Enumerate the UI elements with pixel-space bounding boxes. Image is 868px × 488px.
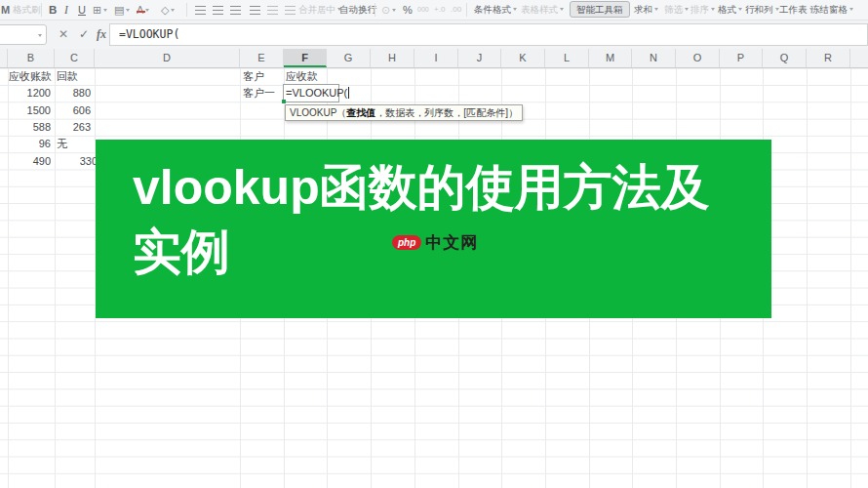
divider — [186, 3, 187, 17]
align-center-icon[interactable] — [267, 0, 278, 20]
rows-columns-button[interactable]: 行和列 — [745, 0, 779, 20]
logo-site-name: 中文网 — [425, 231, 478, 254]
column-header-k[interactable]: K — [501, 49, 545, 67]
chevron-down-icon — [775, 8, 779, 11]
text-cursor — [348, 87, 349, 99]
column-header-b[interactable]: B — [8, 49, 55, 67]
column-header-row: B C D E F G H I J K L M N O P Q R — [0, 49, 868, 68]
name-box[interactable] — [0, 24, 47, 45]
cell-c2[interactable]: 880 — [55, 85, 91, 102]
worksheet-button[interactable]: 工作表 — [779, 0, 813, 20]
chevron-down-icon — [560, 8, 564, 11]
cell-e2[interactable]: 客户一 — [243, 85, 284, 102]
chevron-down-icon — [145, 9, 149, 12]
format-painter-icon[interactable]: M — [1, 0, 10, 20]
decrease-decimal-icon[interactable]: .00 — [451, 0, 461, 20]
column-header-d[interactable]: D — [95, 49, 240, 67]
align-top-icon[interactable] — [195, 0, 206, 20]
column-header-f-selected[interactable]: F — [284, 49, 327, 67]
borders-icon[interactable]: ⊞ — [93, 0, 107, 20]
font-color-icon[interactable]: A — [137, 4, 149, 16]
ribbon-toolbar: M 格式刷 B I U ⊞ ▤ A ◇ 合并居中 自动换行 ⊙ % 000 +.… — [0, 0, 868, 20]
column-header-m[interactable]: M — [589, 49, 632, 67]
chevron-down-icon — [738, 8, 742, 11]
sum-button[interactable]: 求和 — [634, 0, 658, 20]
align-right-icon[interactable] — [285, 0, 296, 20]
underline-button[interactable]: U — [78, 0, 86, 20]
freeze-panes-button[interactable]: 冻结窗格 — [810, 0, 853, 20]
column-header-g[interactable]: G — [327, 49, 371, 67]
italic-button[interactable]: I — [64, 0, 68, 20]
column-header-j[interactable]: J — [458, 49, 501, 67]
eraser-icon[interactable]: ◇ — [161, 0, 175, 20]
chevron-down-icon — [685, 8, 689, 11]
increase-decimal-icon[interactable]: +.0 — [434, 0, 445, 20]
cell-c5[interactable]: 无 — [57, 136, 93, 152]
bold-button[interactable]: B — [49, 0, 57, 20]
column-header-n[interactable]: N — [632, 49, 676, 67]
divider — [375, 3, 375, 17]
cell-b5[interactable]: 96 — [8, 136, 51, 152]
cell-f1[interactable]: 应收款 — [286, 68, 327, 85]
column-header-stub — [0, 49, 8, 67]
cell-e1[interactable]: 客户 — [243, 68, 284, 85]
chevron-down-icon — [38, 34, 42, 37]
smart-toolbox-button[interactable]: 智能工具箱 — [570, 1, 630, 18]
chevron-down-icon — [392, 9, 396, 12]
align-bottom-icon[interactable] — [230, 0, 241, 20]
fill-color-icon[interactable]: ▤ — [114, 0, 130, 20]
column-header-stub — [850, 49, 868, 67]
editing-cell-f2[interactable]: =VLOOKUP( — [283, 84, 339, 102]
chevron-down-icon — [103, 9, 107, 12]
gridline — [807, 68, 808, 488]
align-middle-icon[interactable] — [213, 0, 223, 20]
column-header-i[interactable]: I — [414, 49, 458, 67]
php-logo-badge-icon: php — [392, 235, 421, 250]
cell-b2[interactable]: 1200 — [8, 85, 51, 102]
divider — [466, 3, 467, 17]
chevron-down-icon — [849, 8, 853, 11]
formula-input[interactable]: =VLOOKUP( — [109, 23, 868, 46]
wrap-text-button[interactable]: 自动换行 — [339, 0, 376, 20]
chevron-down-icon — [654, 8, 658, 11]
chevron-down-icon — [126, 9, 130, 12]
cell-c1[interactable]: 回款 — [57, 68, 94, 85]
thousands-separator-icon[interactable]: 000 — [417, 0, 429, 20]
cell-b1[interactable]: 应收账款 — [9, 68, 54, 85]
column-header-l[interactable]: L — [545, 49, 589, 67]
align-left-icon[interactable] — [250, 0, 260, 20]
chevron-down-icon — [171, 9, 175, 12]
format-menu-button[interactable]: 格式 — [718, 0, 742, 20]
sort-button[interactable]: 排序 — [690, 0, 715, 20]
fill-handle[interactable] — [282, 100, 286, 103]
function-hint-tooltip: VLOOKUP（查找值，数据表，列序数，[匹配条件]） — [285, 104, 523, 121]
column-header-e[interactable]: E — [240, 49, 284, 67]
cell-c3[interactable]: 606 — [55, 102, 91, 119]
column-header-q[interactable]: Q — [763, 49, 807, 67]
column-header-h[interactable]: H — [371, 49, 414, 67]
chevron-down-icon — [711, 8, 715, 11]
php-cn-logo: php 中文网 — [392, 233, 478, 251]
sheet-grid: 应收账款 回款 1200 880 1500 606 588 263 96 无 4… — [0, 68, 868, 488]
cell-c6[interactable]: 330 — [55, 153, 98, 170]
format-painter-button[interactable]: 格式刷 — [13, 0, 41, 20]
cell-b3[interactable]: 1500 — [8, 102, 51, 119]
number-format-icon[interactable]: ⊙ — [381, 0, 396, 20]
chevron-down-icon — [513, 8, 517, 11]
conditional-format-button[interactable]: 条件格式 — [474, 0, 517, 20]
confirm-icon[interactable]: ✓ — [79, 24, 89, 45]
tutorial-banner: vlookup函数的使用方法及 实例 php 中文网 — [96, 140, 771, 318]
cell-c4[interactable]: 263 — [55, 119, 91, 136]
column-header-r[interactable]: R — [807, 49, 850, 67]
percent-style-button[interactable]: % — [403, 0, 413, 20]
table-style-button[interactable]: 表格样式 — [521, 0, 564, 20]
filter-button[interactable]: 筛选 — [664, 0, 689, 20]
insert-function-icon[interactable]: fx — [97, 24, 106, 45]
column-header-o[interactable]: O — [676, 49, 720, 67]
cell-b4[interactable]: 588 — [8, 119, 51, 136]
column-header-p[interactable]: P — [720, 49, 763, 67]
cell-b6[interactable]: 490 — [8, 153, 51, 170]
merge-center-button[interactable]: 合并居中 — [298, 0, 341, 20]
cancel-icon[interactable]: ✕ — [59, 24, 68, 45]
column-header-c[interactable]: C — [55, 49, 95, 67]
